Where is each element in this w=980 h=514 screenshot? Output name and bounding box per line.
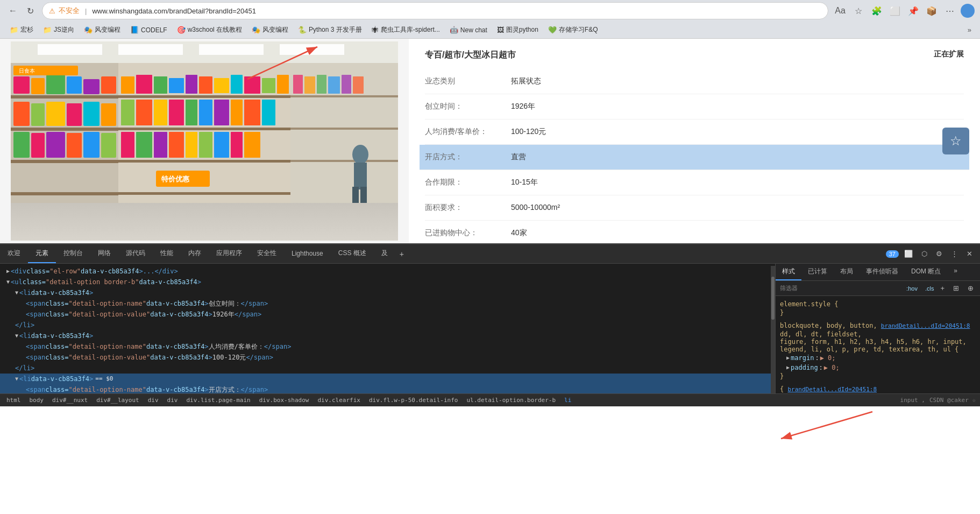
scroll-thumb[interactable] bbox=[771, 277, 775, 320]
dom-line: <span class="detail-option-value" data-v… bbox=[0, 309, 771, 320]
collapse-triangle[interactable]: ▼ bbox=[15, 288, 18, 298]
cooperation-row: 合作期限： 10-15年 bbox=[425, 170, 964, 195]
bookmark-spider[interactable]: 🕷 爬虫工具库-spidert... bbox=[367, 24, 444, 36]
devtools-tab-memory[interactable]: 内存 bbox=[181, 244, 209, 263]
breadcrumb-div-clearfix[interactable]: div.clearfix bbox=[315, 396, 362, 404]
bookmark-python[interactable]: 🐍 Python 3 开发手册 bbox=[294, 24, 366, 36]
svg-rect-60 bbox=[154, 132, 167, 158]
styles-tab-layout[interactable]: 布局 bbox=[834, 264, 860, 280]
business-type-label: 业态类别 bbox=[425, 76, 511, 86]
more-options-button[interactable]: ⋮ bbox=[948, 248, 961, 260]
pin-button[interactable]: 📌 bbox=[906, 3, 921, 18]
dom-panel: ▶ <div class="el-row" data-v-cb85a3f4>..… bbox=[0, 264, 776, 393]
favorites-button[interactable]: ☆ bbox=[851, 3, 866, 18]
bookmarks-more[interactable]: » bbox=[964, 24, 975, 36]
collapse-triangle[interactable]: ▼ bbox=[15, 331, 18, 341]
mall-count-row: 已进购物中心： 40家 bbox=[425, 221, 964, 243]
bookmark-new-chat[interactable]: 🤖 New chat bbox=[445, 24, 492, 36]
svg-rect-26 bbox=[46, 132, 65, 158]
close-devtools-button[interactable]: ✕ bbox=[963, 248, 976, 260]
breadcrumb-div-box[interactable]: div.box-shadow bbox=[257, 396, 311, 404]
styles-tab-styles[interactable]: 样式 bbox=[776, 264, 801, 280]
bookmark-fengbian1[interactable]: 🎭 风变编程 bbox=[80, 24, 125, 36]
breadcrumb-li[interactable]: li bbox=[562, 396, 573, 404]
devtools-tab-lighthouse[interactable]: Lighthouse bbox=[284, 245, 331, 263]
inspect-element-button[interactable]: ⬜ bbox=[901, 248, 916, 260]
css-source-link[interactable]: brandDetail...dId=20451:8 bbox=[881, 322, 970, 329]
breadcrumb-body[interactable]: body bbox=[27, 396, 46, 404]
css-source-link-2[interactable]: brandDetail...dId=20451:8 bbox=[787, 386, 877, 393]
bookmark-honshan[interactable]: 📁 宏杉 bbox=[5, 24, 38, 36]
devtools-tab-application[interactable]: 应用程序 bbox=[209, 244, 250, 263]
back-button[interactable]: ← bbox=[5, 3, 20, 18]
bookmark-tuling[interactable]: 🖼 图灵python bbox=[493, 24, 543, 36]
styles-tab-more[interactable]: » bbox=[947, 264, 964, 280]
collapse-triangle[interactable]: ▶ bbox=[6, 266, 10, 276]
devtools-tab-sources[interactable]: 源代码 bbox=[118, 244, 153, 263]
styles-tab-computed[interactable]: 已计算 bbox=[801, 264, 834, 280]
new-style-button[interactable]: ⊕ bbox=[965, 283, 976, 293]
devtools-tab-security[interactable]: 安全性 bbox=[250, 244, 284, 263]
devtools-tab-css[interactable]: CSS 概述 bbox=[331, 244, 374, 263]
devtools-tab-elements[interactable]: 元素 bbox=[28, 244, 56, 263]
translate-button[interactable]: Aa bbox=[833, 3, 848, 18]
reload-button[interactable]: ↻ bbox=[23, 3, 38, 18]
styles-tab-listeners[interactable]: 事件侦听器 bbox=[860, 264, 905, 280]
svg-text:特价优惠: 特价优惠 bbox=[161, 175, 190, 183]
devtools-tab-extra[interactable]: 及 bbox=[374, 244, 395, 263]
svg-rect-75 bbox=[342, 75, 351, 94]
split-view-button[interactable]: ⬜ bbox=[887, 3, 903, 18]
settings-button[interactable]: ⚙ bbox=[933, 248, 946, 260]
toggle-pseudo-button[interactable]: ⊞ bbox=[951, 283, 961, 293]
bookmark-icon: 🎭 bbox=[84, 26, 93, 34]
device-toolbar-button[interactable]: ⬡ bbox=[918, 248, 931, 260]
more-button[interactable]: ⋯ bbox=[942, 3, 957, 18]
scroll-bar[interactable] bbox=[771, 266, 775, 393]
opening-method-value: 直营 bbox=[511, 152, 964, 162]
breadcrumb-div2[interactable]: div bbox=[165, 396, 180, 404]
expand-arrow[interactable]: ▶ bbox=[786, 363, 790, 372]
bookmark-fengbian2[interactable]: 🎭 风变编程 bbox=[247, 24, 293, 36]
breadcrumb-div-detail[interactable]: div.fl.w-p-50.detail-info bbox=[367, 396, 460, 404]
collapse-triangle[interactable]: ▼ bbox=[6, 277, 10, 287]
devtools-header: 欢迎 元素 控制台 网络 源代码 性能 内存 应用程序 安全性 Lighthou… bbox=[0, 244, 980, 264]
area-label: 面积要求： bbox=[425, 203, 511, 213]
cls-button[interactable]: .cls bbox=[925, 285, 934, 292]
styles-tab-dom-breakpoints[interactable]: DOM 断点 bbox=[905, 264, 947, 280]
svg-rect-40 bbox=[169, 78, 184, 93]
store-image-area: 日食本 bbox=[0, 39, 409, 243]
favorite-button[interactable]: ☆ bbox=[942, 128, 969, 154]
extensions-button[interactable]: 🧩 bbox=[869, 3, 884, 18]
breadcrumb-html[interactable]: html bbox=[4, 396, 23, 404]
hov-button[interactable]: :hov bbox=[906, 285, 918, 292]
add-style-button[interactable]: + bbox=[938, 283, 947, 293]
bookmark-storage[interactable]: 💚 存储学习F&Q bbox=[544, 24, 602, 36]
per-capita-label: 人均消费/客单价： bbox=[425, 127, 511, 137]
collections-button[interactable]: 📦 bbox=[924, 3, 939, 18]
expand-arrow[interactable]: ▶ bbox=[786, 353, 790, 363]
dom-line-selected[interactable]: ▼ <li data-v-cb85a3f4> == $0 bbox=[0, 374, 771, 384]
devtools-tab-performance[interactable]: 性能 bbox=[153, 244, 181, 263]
styles-panel: 样式 已计算 布局 事件侦听器 DOM 断点 » 筛选器 :hov .cls + bbox=[776, 264, 980, 393]
breadcrumb-div-list[interactable]: div.list.page-main bbox=[184, 396, 252, 404]
breadcrumb-div-layout[interactable]: div#__layout bbox=[94, 396, 141, 404]
breadcrumb-div-nuxt[interactable]: div#__nuxt bbox=[50, 396, 90, 404]
bookmark-codelf[interactable]: 📘 CODELF bbox=[126, 24, 172, 36]
bookmark-label: 图灵python bbox=[506, 25, 538, 34]
devtools-tab-welcome[interactable]: 欢迎 bbox=[0, 244, 28, 263]
devtools-tab-console[interactable]: 控制台 bbox=[56, 244, 90, 263]
bookmark-w3school[interactable]: 🎯 w3school 在线教程 bbox=[173, 24, 246, 36]
devtools-tab-network[interactable]: 网络 bbox=[90, 244, 118, 263]
devtools-tab-add[interactable]: + bbox=[395, 245, 408, 263]
bookmark-js-reverse[interactable]: 📁 JS逆向 bbox=[39, 24, 79, 36]
collapse-triangle[interactable]: ▼ bbox=[15, 374, 18, 384]
breadcrumb-div[interactable]: div bbox=[146, 396, 161, 404]
breadcrumb-ul[interactable]: ul.detail-option.border-b bbox=[464, 396, 558, 404]
svg-rect-78 bbox=[354, 163, 367, 189]
address-bar[interactable]: ⚠ 不安全 | www.winshangdata.com/brandDetail… bbox=[42, 2, 828, 19]
user-avatar[interactable] bbox=[961, 4, 975, 18]
svg-rect-23 bbox=[101, 103, 116, 126]
css-property-margin: ▶ margin: ▶ 0; bbox=[786, 353, 976, 363]
svg-rect-8 bbox=[11, 95, 118, 98]
svg-rect-39 bbox=[154, 76, 167, 94]
